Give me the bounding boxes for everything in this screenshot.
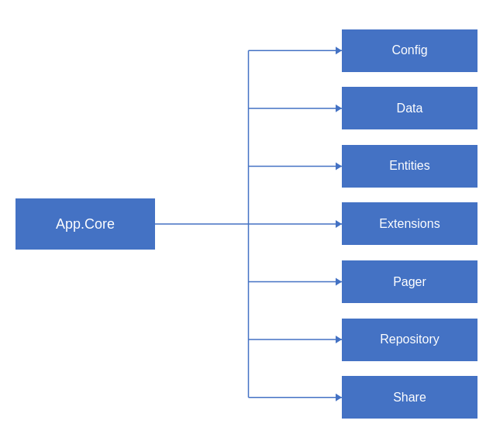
svg-marker-3 bbox=[336, 220, 342, 228]
app-core-node: App.Core bbox=[16, 198, 155, 250]
right-node-config: Config bbox=[342, 29, 477, 72]
svg-marker-4 bbox=[336, 278, 342, 286]
svg-marker-1 bbox=[336, 105, 342, 112]
svg-marker-0 bbox=[336, 47, 342, 54]
right-node-repository: Repository bbox=[342, 319, 477, 361]
right-node-data: Data bbox=[342, 87, 477, 129]
right-nodes-container: ConfigDataEntitiesExtensionsPagerReposit… bbox=[342, 0, 477, 448]
svg-marker-6 bbox=[336, 394, 342, 401]
svg-marker-2 bbox=[336, 162, 342, 170]
diagram-container: App.Core ConfigDataEntitiesExtensionsPag… bbox=[0, 0, 493, 448]
right-node-pager: Pager bbox=[342, 260, 477, 303]
right-node-extensions: Extensions bbox=[342, 202, 477, 245]
right-node-entities: Entities bbox=[342, 145, 477, 188]
right-node-share: Share bbox=[342, 376, 477, 419]
svg-marker-5 bbox=[336, 336, 342, 343]
